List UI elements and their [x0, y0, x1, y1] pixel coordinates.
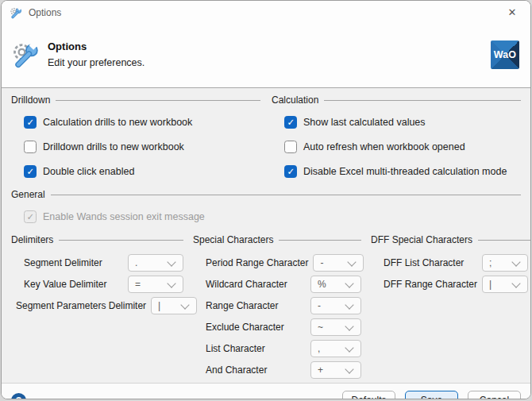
group-header-general: General	[11, 188, 521, 201]
checkbox-label[interactable]: Auto refresh when workbook opened	[303, 141, 465, 152]
group-rule	[324, 100, 521, 101]
gear-wrench-icon	[11, 40, 40, 69]
group-drilldown: Drilldown Calculation drills to new work…	[11, 94, 260, 188]
list-character-select[interactable]: ,	[310, 340, 361, 357]
chevron-down-icon	[511, 257, 520, 266]
dialog-footer: ? Defaults Save Cancel	[2, 383, 530, 399]
double-click-checkbox[interactable]	[24, 165, 37, 178]
checkbox-row: Show last calculated values	[272, 114, 521, 129]
combo-value: .	[129, 257, 168, 268]
checkbox-row: Auto refresh when workbook opened	[272, 139, 521, 154]
checkbox-label[interactable]: Disable Excel multi-threaded calculation…	[303, 166, 507, 177]
dff-range-character-select[interactable]: |	[482, 276, 528, 293]
options-dialog: Options ✕ Options Edit your preferences.…	[1, 0, 531, 399]
and-character-select[interactable]: +	[310, 361, 361, 379]
combo-value: %	[311, 279, 346, 290]
combo-value: -	[311, 300, 346, 311]
group-rule	[279, 240, 361, 241]
group-title: Calculation	[272, 94, 318, 106]
field-label: Segment Delimiter	[24, 257, 102, 268]
help-button[interactable]: ?	[11, 393, 26, 400]
exclude-character-select[interactable]: ~	[310, 318, 361, 336]
combo-value: ~	[311, 322, 346, 333]
segment-parameters-delimiter-select[interactable]: |	[151, 297, 197, 314]
chevron-down-icon	[348, 257, 357, 266]
checkbox-row: Double click enabled	[11, 164, 260, 179]
group-rule	[59, 240, 183, 241]
checkbox-label[interactable]: Calculation drills to new workbook	[43, 117, 192, 128]
disable-multithreaded-checkbox[interactable]	[284, 165, 297, 178]
field-row: Period Range Character -	[193, 254, 361, 272]
field-row: Segment Delimiter .	[11, 254, 183, 272]
field-label: Wildcard Character	[206, 279, 287, 290]
group-title: General	[11, 189, 45, 200]
combo-value: ,	[311, 343, 346, 354]
checkbox-row: Enable Wands session exit message	[11, 209, 521, 224]
field-label: List Character	[206, 343, 265, 354]
title-bar[interactable]: Options ✕	[2, 1, 530, 25]
field-row: Segment Parameters Delimiter |	[11, 297, 183, 314]
field-row: List Character ,	[193, 340, 361, 357]
window-title: Options	[29, 7, 500, 18]
checkbox-row: Drilldown drills to new workbook	[11, 139, 260, 154]
defaults-button[interactable]: Defaults	[342, 391, 395, 399]
group-dff-special-characters: DFF Special Characters DFF List Characte…	[371, 233, 531, 383]
cancel-button[interactable]: Cancel	[468, 391, 521, 399]
dialog-body: Drilldown Calculation drills to new work…	[2, 88, 530, 383]
checkbox-label[interactable]: Double click enabled	[43, 166, 134, 177]
wao-logo: WaO	[491, 40, 519, 69]
calculation-drills-checkbox[interactable]	[24, 116, 37, 129]
group-special-characters: Special Characters Period Range Characte…	[193, 233, 371, 383]
field-label: Segment Parameters Delimiter	[16, 300, 146, 311]
checkbox-label[interactable]: Show last calculated values	[303, 117, 426, 128]
period-range-character-select[interactable]: -	[313, 254, 364, 272]
combo-value: |	[483, 279, 513, 290]
field-label: DFF Range Character	[384, 279, 477, 290]
key-value-delimiter-select[interactable]: =	[128, 276, 183, 293]
header-text: Options Edit your preferences.	[48, 40, 491, 68]
dialog-header: Options Edit your preferences. WaO	[2, 25, 530, 88]
save-button[interactable]: Save	[405, 391, 458, 399]
range-character-select[interactable]: -	[310, 297, 361, 314]
field-label: DFF List Character	[384, 257, 464, 268]
close-button[interactable]: ✕	[500, 3, 524, 22]
combo-value: -	[314, 257, 349, 268]
group-title: DFF Special Characters	[371, 234, 472, 245]
checkbox-label[interactable]: Drilldown drills to new workbook	[43, 141, 184, 152]
field-row: Range Character -	[193, 297, 361, 314]
chevron-down-icon	[167, 257, 175, 266]
checkbox-row: Calculation drills to new workbook	[11, 114, 260, 129]
dff-list-character-select[interactable]: ;	[482, 254, 528, 272]
auto-refresh-checkbox[interactable]	[284, 141, 297, 153]
group-rule	[51, 195, 521, 195]
chevron-down-icon	[167, 279, 175, 287]
combo-value: =	[129, 279, 168, 290]
chevron-down-icon	[345, 300, 353, 309]
field-row: And Character +	[193, 361, 361, 379]
field-label: And Character	[206, 364, 267, 376]
segment-delimiter-select[interactable]: .	[128, 254, 183, 272]
group-rule	[478, 240, 531, 241]
page-subtitle: Edit your preferences.	[48, 57, 491, 68]
field-label: Range Character	[206, 300, 278, 311]
combo-value: +	[311, 364, 346, 376]
gear-wrench-icon	[10, 6, 22, 19]
show-last-calculated-checkbox[interactable]	[284, 116, 297, 129]
wildcard-character-select[interactable]: %	[310, 276, 361, 293]
field-label: Exclude Character	[206, 322, 284, 333]
field-row: DFF List Character ;	[371, 254, 531, 272]
drilldown-drills-checkbox[interactable]	[24, 141, 37, 153]
chevron-down-icon	[345, 279, 353, 287]
group-header-dff-special-characters: DFF Special Characters	[371, 233, 531, 246]
wao-logo-text: WaO	[494, 49, 517, 60]
chevron-down-icon	[345, 343, 353, 352]
chevron-down-icon	[511, 279, 520, 287]
field-row: Key Value Delimiter =	[11, 276, 183, 293]
group-general: General Enable Wands session exit messag…	[11, 188, 521, 224]
group-rule	[56, 100, 260, 101]
field-row: Exclude Character ~	[193, 318, 361, 336]
field-row: Wildcard Character %	[193, 276, 361, 293]
group-delimiters: Delimiters Segment Delimiter . Key Value…	[11, 233, 193, 383]
page-title: Options	[48, 40, 491, 52]
character-columns: Delimiters Segment Delimiter . Key Value…	[11, 233, 521, 383]
